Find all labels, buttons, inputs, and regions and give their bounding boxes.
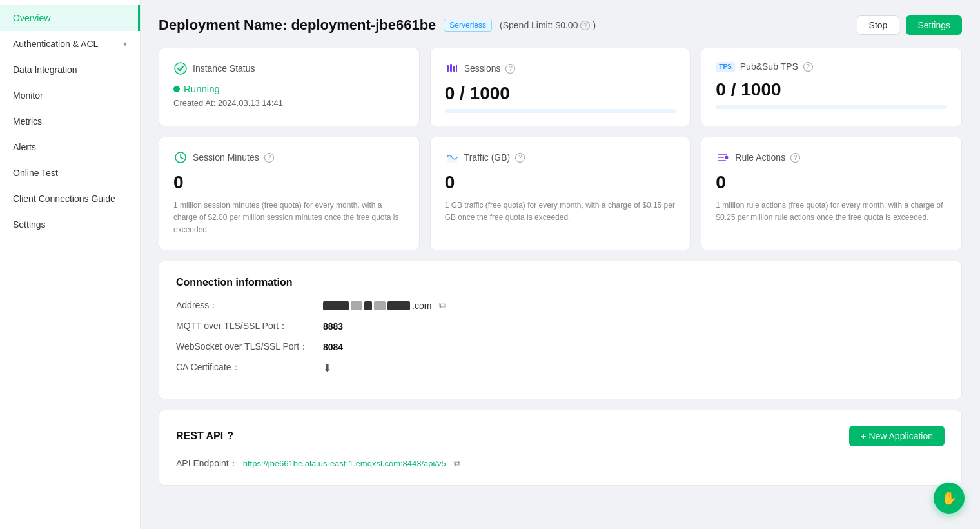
status-dot xyxy=(173,86,180,92)
traffic-title: Traffic (GB) xyxy=(464,152,511,163)
traffic-icon xyxy=(445,150,459,165)
mqtt-label: MQTT over TLS/SSL Port： xyxy=(176,321,318,332)
address-suffix: .com xyxy=(412,301,431,311)
serverless-badge: Serverless xyxy=(444,19,492,32)
session-minutes-icon xyxy=(173,150,188,165)
page-title: Deployment Name: deployment-jbe661be xyxy=(159,17,436,34)
sessions-value: 0 / 1000 xyxy=(445,83,676,104)
sidebar-item-alerts[interactable]: Alerts xyxy=(0,134,140,160)
rule-actions-desc: 1 million rule actions (free quota) for … xyxy=(716,199,947,224)
connection-section-title: Connection information xyxy=(176,277,945,288)
main-content: Deployment Name: deployment-jbe661be Ser… xyxy=(141,0,980,529)
connection-section: Connection information Address： .com ⧉ M… xyxy=(159,261,962,399)
api-endpoint-label: API Endpoint： xyxy=(176,458,238,470)
sidebar-item-label: Client Connections Guide xyxy=(13,194,115,204)
sidebar-item-label: Metrics xyxy=(13,116,42,126)
instance-icon xyxy=(173,61,188,75)
svg-point-9 xyxy=(725,156,729,159)
fab-button[interactable]: ✋ xyxy=(934,483,965,514)
address-copy-icon[interactable]: ⧉ xyxy=(439,300,446,311)
ca-cert-row: CA Certificate： ⬇ xyxy=(176,362,945,374)
sidebar-item-authentication-acl[interactable]: Authentication & ACL▾ xyxy=(0,31,140,57)
sidebar-item-settings[interactable]: Settings xyxy=(0,212,140,237)
mask3 xyxy=(364,301,372,310)
mqtt-row: MQTT over TLS/SSL Port： 8883 xyxy=(176,321,945,332)
sidebar-item-overview[interactable]: Overview xyxy=(0,5,140,31)
running-label: Running xyxy=(184,83,220,94)
masked-address: .com xyxy=(323,301,431,311)
api-endpoint-link[interactable]: https://jbe661be.ala.us-east-1.emqxsl.co… xyxy=(243,459,446,468)
websocket-value: 8084 xyxy=(323,342,343,352)
cards-row-2: Session Minutes ? 0 1 million session mi… xyxy=(159,137,962,250)
ca-cert-download-icon[interactable]: ⬇ xyxy=(323,362,331,374)
rest-api-header: REST API ? + New Application xyxy=(176,426,945,446)
sidebar-item-label: Data Integration xyxy=(13,65,77,75)
endpoint-copy-icon[interactable]: ⧉ xyxy=(454,458,460,469)
instance-status-card: Instance Status Running Created At: 2024… xyxy=(159,48,420,126)
spend-limit: (Spend Limit: $0.00 ? ) xyxy=(500,20,596,30)
mask1 xyxy=(323,301,349,310)
sessions-help-icon[interactable]: ? xyxy=(505,64,515,74)
sessions-bar xyxy=(445,109,676,113)
settings-button[interactable]: Settings xyxy=(906,15,962,35)
pub-sub-tps-title: Pub&Sub TPS xyxy=(740,61,798,72)
websocket-label: WebSocket over TLS/SSL Port： xyxy=(176,341,318,353)
session-minutes-value: 0 xyxy=(173,172,405,193)
sidebar-item-client-connections-guide[interactable]: Client Connections Guide xyxy=(0,186,140,212)
mask2 xyxy=(351,301,362,310)
ca-cert-label: CA Certificate： xyxy=(176,362,318,374)
rule-actions-help-icon[interactable]: ? xyxy=(790,153,800,163)
rest-api-title: REST API ? xyxy=(176,430,233,442)
svg-rect-4 xyxy=(456,65,457,72)
new-application-button[interactable]: + New Application xyxy=(849,426,945,446)
tps-badge: TPS xyxy=(716,62,734,72)
rule-actions-card: Rule Actions ? 0 1 million rule actions … xyxy=(701,137,962,250)
svg-rect-1 xyxy=(447,65,449,72)
stop-button[interactable]: Stop xyxy=(857,15,900,35)
sidebar-item-online-test[interactable]: Online Test xyxy=(0,160,140,186)
rule-actions-title: Rule Actions xyxy=(735,152,785,163)
sessions-icon xyxy=(445,61,459,75)
card-header-rule-actions: Rule Actions ? xyxy=(716,150,947,165)
cards-row-1: Instance Status Running Created At: 2024… xyxy=(159,48,962,126)
sidebar-item-monitor[interactable]: Monitor xyxy=(0,83,140,108)
mask4 xyxy=(374,301,386,310)
sidebar-item-data-integration[interactable]: Data Integration xyxy=(0,57,140,83)
mask5 xyxy=(387,301,410,310)
svg-rect-2 xyxy=(450,64,452,72)
sidebar-item-label: Monitor xyxy=(13,90,43,101)
tps-help-icon[interactable]: ? xyxy=(803,62,813,72)
card-header-tps: TPS Pub&Sub TPS ? xyxy=(716,61,947,72)
rest-api-help-icon[interactable]: ? xyxy=(227,430,233,442)
traffic-card: Traffic (GB) ? 0 1 GB traffic (free quot… xyxy=(430,137,691,250)
sidebar-item-label: Overview xyxy=(13,13,50,23)
svg-rect-3 xyxy=(453,66,455,72)
chevron-down-icon: ▾ xyxy=(123,39,127,48)
sessions-title: Sessions xyxy=(464,63,501,74)
session-minutes-title: Session Minutes xyxy=(193,152,259,163)
traffic-help-icon[interactable]: ? xyxy=(515,153,525,163)
websocket-row: WebSocket over TLS/SSL Port： 8084 xyxy=(176,341,945,353)
api-endpoint-row: API Endpoint： https://jbe661be.ala.us-ea… xyxy=(176,458,945,470)
card-header-traffic: Traffic (GB) ? xyxy=(445,150,676,165)
rule-actions-value: 0 xyxy=(716,172,947,193)
spend-limit-help-icon[interactable]: ? xyxy=(580,21,590,30)
running-status: Running xyxy=(173,83,405,94)
svg-point-0 xyxy=(175,63,186,74)
sidebar-item-label: Settings xyxy=(13,219,46,230)
pub-sub-tps-card: TPS Pub&Sub TPS ? 0 / 1000 xyxy=(701,48,962,126)
session-minutes-help-icon[interactable]: ? xyxy=(264,153,274,163)
session-minutes-desc: 1 million session minutes (free quota) f… xyxy=(173,199,405,237)
sidebar-item-label: Authentication & ACL xyxy=(13,39,98,49)
created-at: Created At: 2024.03.13 14:41 xyxy=(173,98,405,108)
address-label: Address： xyxy=(176,300,318,312)
instance-status-title: Instance Status xyxy=(193,63,255,74)
sessions-card: Sessions ? 0 / 1000 xyxy=(430,48,691,126)
tps-bar xyxy=(716,105,947,109)
sidebar-item-metrics[interactable]: Metrics xyxy=(0,108,140,134)
spend-limit-text: (Spend Limit: $0.00 xyxy=(500,20,578,30)
rule-actions-icon xyxy=(716,150,730,165)
traffic-desc: 1 GB traffic (free quota) for every mont… xyxy=(445,199,676,224)
pub-sub-tps-value: 0 / 1000 xyxy=(716,79,947,100)
rest-api-section: REST API ? + New Application API Endpoin… xyxy=(159,410,962,486)
